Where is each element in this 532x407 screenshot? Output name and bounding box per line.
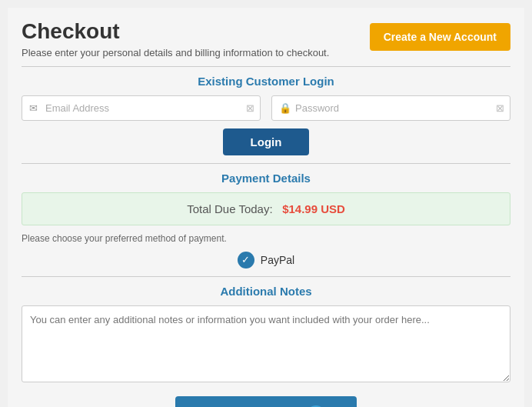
login-section-title: Existing Customer Login: [22, 75, 510, 88]
login-btn-row: Login: [22, 128, 510, 155]
complete-order-button[interactable]: Complete Order ➔: [175, 396, 357, 407]
header-row: Checkout Please enter your personal deta…: [22, 20, 510, 58]
login-button[interactable]: Login: [223, 128, 310, 155]
create-account-button[interactable]: Create a New Account: [370, 23, 510, 51]
page-subtitle: Please enter your personal details and b…: [22, 47, 329, 58]
password-clear-icon[interactable]: ⊠: [496, 102, 504, 114]
login-row: ✉ ⊠ 🔒 ⊠: [22, 95, 510, 121]
page-title: Checkout: [22, 20, 329, 44]
email-input[interactable]: [22, 95, 261, 121]
checkout-page: Checkout Please enter your personal deta…: [8, 8, 524, 407]
lock-icon: 🔒: [279, 102, 291, 114]
password-wrapper: 🔒 ⊠: [271, 95, 510, 121]
title-group: Checkout Please enter your personal deta…: [22, 20, 329, 58]
header-divider: [22, 66, 510, 67]
total-due-bar: Total Due Today: $14.99 USD: [22, 192, 510, 225]
payment-section-title: Payment Details: [22, 172, 510, 185]
check-icon: ✓: [241, 254, 250, 265]
email-clear-icon[interactable]: ⊠: [246, 102, 254, 114]
payment-divider: [22, 276, 510, 277]
envelope-icon: ✉: [29, 102, 38, 114]
complete-order-row: Complete Order ➔: [22, 396, 510, 407]
paypal-check-icon: ✓: [238, 252, 254, 269]
total-label: Total Due Today:: [187, 202, 272, 215]
paypal-option[interactable]: ✓ PayPal: [22, 252, 510, 269]
notes-textarea[interactable]: [22, 305, 510, 382]
password-input[interactable]: [271, 95, 510, 121]
email-wrapper: ✉ ⊠: [22, 95, 261, 121]
notes-section-title: Additional Notes: [22, 285, 510, 298]
payment-instructions: Please choose your preferred method of p…: [22, 233, 510, 244]
payment-section: Payment Details Total Due Today: $14.99 …: [22, 172, 510, 269]
total-amount: $14.99 USD: [282, 202, 345, 215]
paypal-label: PayPal: [261, 254, 294, 266]
login-divider: [22, 163, 510, 164]
